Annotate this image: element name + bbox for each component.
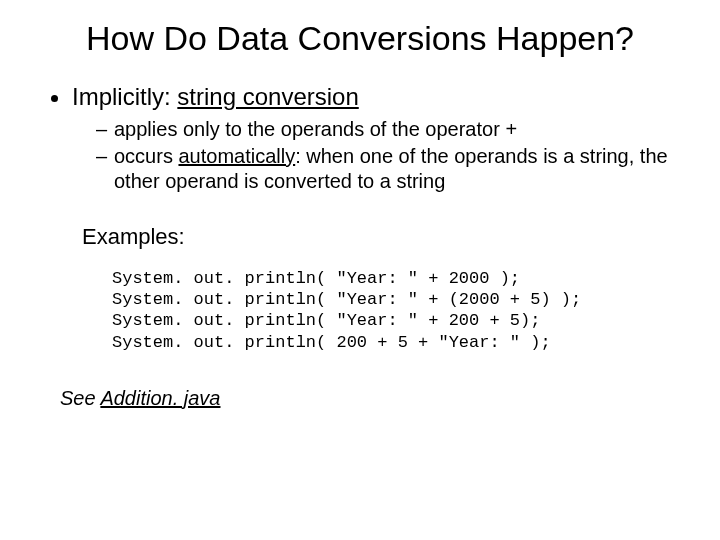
- bullet-list: Implicitly: string conversion applies on…: [30, 83, 690, 194]
- examples-label: Examples:: [82, 224, 690, 250]
- sub-bullet-list: applies only to the operands of the oper…: [72, 117, 690, 194]
- code-line-4: System. out. println( 200 + 5 + "Year: "…: [112, 332, 690, 353]
- slide-title: How Do Data Conversions Happen?: [30, 18, 690, 59]
- slide: How Do Data Conversions Happen? Implicit…: [0, 0, 720, 410]
- code-block: System. out. println( "Year: " + 2000 );…: [112, 268, 690, 353]
- see-pre: See: [60, 387, 100, 409]
- code-line-3: System. out. println( "Year: " + 200 + 5…: [112, 310, 690, 331]
- see-line: See Addition. java: [60, 387, 690, 410]
- sub2-pre: occurs: [114, 145, 178, 167]
- code-line-2: System. out. println( "Year: " + (2000 +…: [112, 289, 690, 310]
- bullet-main: Implicitly: string conversion applies on…: [72, 83, 690, 194]
- sub1-pre: applies only to the operands of the oper…: [114, 118, 505, 140]
- sub1-op: +: [505, 118, 517, 140]
- bullet-lead: Implicitly:: [72, 83, 177, 110]
- bullet-term: string conversion: [177, 83, 358, 110]
- code-line-1: System. out. println( "Year: " + 2000 );: [112, 268, 690, 289]
- see-link: Addition. java: [100, 387, 220, 409]
- sub-bullet-2: occurs automatically: when one of the op…: [96, 144, 690, 194]
- sub-bullet-1: applies only to the operands of the oper…: [96, 117, 690, 142]
- sub2-underline: automatically: [178, 145, 295, 167]
